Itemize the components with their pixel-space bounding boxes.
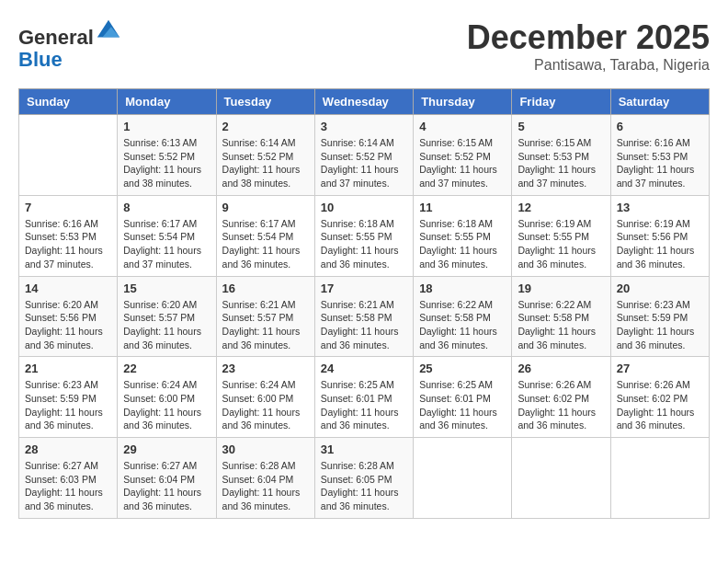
calendar-cell: 20Sunrise: 6:23 AMSunset: 5:59 PMDayligh… <box>610 276 709 357</box>
weekday-header-monday: Monday <box>118 89 216 115</box>
day-info: Sunrise: 6:25 AMSunset: 6:01 PMDaylight:… <box>321 378 407 432</box>
day-number: 26 <box>518 362 604 375</box>
day-number: 8 <box>123 201 210 214</box>
day-info: Sunrise: 6:15 AMSunset: 5:53 PMDaylight:… <box>518 136 604 190</box>
calendar-cell: 2Sunrise: 6:14 AMSunset: 5:52 PMDaylight… <box>216 115 314 196</box>
calendar-cell: 26Sunrise: 6:26 AMSunset: 6:02 PMDayligh… <box>512 357 610 438</box>
day-info: Sunrise: 6:26 AMSunset: 6:02 PMDaylight:… <box>617 378 703 432</box>
month-title: December 2025 <box>467 18 710 57</box>
calendar-cell: 31Sunrise: 6:28 AMSunset: 6:05 PMDayligh… <box>314 438 413 519</box>
day-info: Sunrise: 6:28 AMSunset: 6:04 PMDaylight:… <box>222 459 309 513</box>
weekday-header-saturday: Saturday <box>610 89 709 115</box>
day-info: Sunrise: 6:22 AMSunset: 5:58 PMDaylight:… <box>419 298 506 352</box>
day-info: Sunrise: 6:14 AMSunset: 5:52 PMDaylight:… <box>321 136 407 190</box>
day-number: 5 <box>518 120 604 133</box>
calendar-cell: 17Sunrise: 6:21 AMSunset: 5:58 PMDayligh… <box>314 276 413 357</box>
weekday-header-wednesday: Wednesday <box>314 89 413 115</box>
calendar-cell: 6Sunrise: 6:16 AMSunset: 5:53 PMDaylight… <box>610 115 709 196</box>
calendar-cell: 3Sunrise: 6:14 AMSunset: 5:52 PMDaylight… <box>314 115 413 196</box>
day-info: Sunrise: 6:21 AMSunset: 5:57 PMDaylight:… <box>222 298 309 352</box>
calendar-week-row: 1Sunrise: 6:13 AMSunset: 5:52 PMDaylight… <box>19 115 710 196</box>
day-info: Sunrise: 6:19 AMSunset: 5:55 PMDaylight:… <box>518 217 604 271</box>
day-number: 14 <box>25 282 111 295</box>
calendar-cell: 1Sunrise: 6:13 AMSunset: 5:52 PMDaylight… <box>118 115 216 196</box>
day-number: 22 <box>123 362 210 375</box>
day-number: 11 <box>419 201 506 214</box>
day-info: Sunrise: 6:15 AMSunset: 5:52 PMDaylight:… <box>419 136 506 190</box>
day-number: 30 <box>222 442 309 456</box>
calendar-cell <box>414 438 512 519</box>
calendar-cell: 7Sunrise: 6:16 AMSunset: 5:53 PMDaylight… <box>19 195 118 276</box>
day-info: Sunrise: 6:27 AMSunset: 6:04 PMDaylight:… <box>123 459 210 513</box>
day-number: 17 <box>321 282 407 295</box>
day-number: 12 <box>518 201 604 214</box>
day-info: Sunrise: 6:24 AMSunset: 6:00 PMDaylight:… <box>222 378 309 432</box>
day-number: 19 <box>518 282 604 295</box>
logo-icon <box>96 18 121 44</box>
day-info: Sunrise: 6:18 AMSunset: 5:55 PMDaylight:… <box>419 217 506 271</box>
calendar-cell: 28Sunrise: 6:27 AMSunset: 6:03 PMDayligh… <box>19 438 118 519</box>
day-number: 25 <box>419 362 506 375</box>
calendar-cell: 4Sunrise: 6:15 AMSunset: 5:52 PMDaylight… <box>414 115 512 196</box>
day-info: Sunrise: 6:28 AMSunset: 6:05 PMDaylight:… <box>321 459 407 513</box>
calendar-cell: 29Sunrise: 6:27 AMSunset: 6:04 PMDayligh… <box>118 438 216 519</box>
day-number: 29 <box>123 442 210 456</box>
logo-general-text: General <box>18 26 94 49</box>
day-number: 18 <box>419 282 506 295</box>
day-info: Sunrise: 6:22 AMSunset: 5:58 PMDaylight:… <box>518 298 604 352</box>
day-number: 16 <box>222 282 309 295</box>
day-info: Sunrise: 6:25 AMSunset: 6:01 PMDaylight:… <box>419 378 506 432</box>
day-info: Sunrise: 6:17 AMSunset: 5:54 PMDaylight:… <box>222 217 309 271</box>
calendar-cell <box>512 438 610 519</box>
calendar-cell: 12Sunrise: 6:19 AMSunset: 5:55 PMDayligh… <box>512 195 610 276</box>
location-subtitle: Pantisawa, Taraba, Nigeria <box>467 57 710 74</box>
day-info: Sunrise: 6:23 AMSunset: 5:59 PMDaylight:… <box>617 298 703 352</box>
day-number: 27 <box>617 362 703 375</box>
day-number: 1 <box>123 120 210 133</box>
day-number: 10 <box>321 201 407 214</box>
weekday-header-friday: Friday <box>512 89 610 115</box>
calendar-table: SundayMondayTuesdayWednesdayThursdayFrid… <box>18 88 710 519</box>
day-number: 2 <box>222 120 309 133</box>
day-info: Sunrise: 6:27 AMSunset: 6:03 PMDaylight:… <box>25 459 111 513</box>
day-info: Sunrise: 6:14 AMSunset: 5:52 PMDaylight:… <box>222 136 309 190</box>
day-number: 31 <box>321 442 407 456</box>
calendar-cell <box>19 115 118 196</box>
calendar-cell: 11Sunrise: 6:18 AMSunset: 5:55 PMDayligh… <box>414 195 512 276</box>
logo-blue-text: Blue <box>18 48 63 71</box>
day-info: Sunrise: 6:21 AMSunset: 5:58 PMDaylight:… <box>321 298 407 352</box>
day-info: Sunrise: 6:16 AMSunset: 5:53 PMDaylight:… <box>25 217 111 271</box>
calendar-cell: 10Sunrise: 6:18 AMSunset: 5:55 PMDayligh… <box>314 195 413 276</box>
day-info: Sunrise: 6:20 AMSunset: 5:56 PMDaylight:… <box>25 298 111 352</box>
day-number: 3 <box>321 120 407 133</box>
page-header: General Blue December 2025 Pantisawa, Ta… <box>18 18 710 74</box>
calendar-cell: 18Sunrise: 6:22 AMSunset: 5:58 PMDayligh… <box>414 276 512 357</box>
day-info: Sunrise: 6:24 AMSunset: 6:00 PMDaylight:… <box>123 378 210 432</box>
day-number: 21 <box>25 362 111 375</box>
day-number: 4 <box>419 120 506 133</box>
day-number: 6 <box>617 120 703 133</box>
calendar-cell: 9Sunrise: 6:17 AMSunset: 5:54 PMDaylight… <box>216 195 314 276</box>
weekday-header-sunday: Sunday <box>19 89 118 115</box>
day-number: 13 <box>617 201 703 214</box>
day-number: 9 <box>222 201 309 214</box>
calendar-cell: 5Sunrise: 6:15 AMSunset: 5:53 PMDaylight… <box>512 115 610 196</box>
day-info: Sunrise: 6:20 AMSunset: 5:57 PMDaylight:… <box>123 298 210 352</box>
calendar-week-row: 28Sunrise: 6:27 AMSunset: 6:03 PMDayligh… <box>19 438 710 519</box>
title-area: December 2025 Pantisawa, Taraba, Nigeria <box>467 18 710 74</box>
calendar-cell: 15Sunrise: 6:20 AMSunset: 5:57 PMDayligh… <box>118 276 216 357</box>
calendar-week-row: 14Sunrise: 6:20 AMSunset: 5:56 PMDayligh… <box>19 276 710 357</box>
day-info: Sunrise: 6:23 AMSunset: 5:59 PMDaylight:… <box>25 378 111 432</box>
day-number: 23 <box>222 362 309 375</box>
calendar-cell: 19Sunrise: 6:22 AMSunset: 5:58 PMDayligh… <box>512 276 610 357</box>
day-info: Sunrise: 6:18 AMSunset: 5:55 PMDaylight:… <box>321 217 407 271</box>
calendar-cell: 22Sunrise: 6:24 AMSunset: 6:00 PMDayligh… <box>118 357 216 438</box>
calendar-cell: 30Sunrise: 6:28 AMSunset: 6:04 PMDayligh… <box>216 438 314 519</box>
day-info: Sunrise: 6:16 AMSunset: 5:53 PMDaylight:… <box>617 136 703 190</box>
day-number: 7 <box>25 201 111 214</box>
calendar-cell: 24Sunrise: 6:25 AMSunset: 6:01 PMDayligh… <box>314 357 413 438</box>
day-info: Sunrise: 6:13 AMSunset: 5:52 PMDaylight:… <box>123 136 210 190</box>
calendar-week-row: 21Sunrise: 6:23 AMSunset: 5:59 PMDayligh… <box>19 357 710 438</box>
calendar-cell: 14Sunrise: 6:20 AMSunset: 5:56 PMDayligh… <box>19 276 118 357</box>
calendar-cell: 23Sunrise: 6:24 AMSunset: 6:00 PMDayligh… <box>216 357 314 438</box>
